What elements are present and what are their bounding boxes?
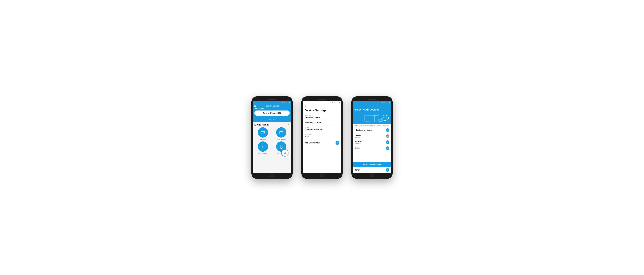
device-settings-label: Device Settings xyxy=(258,153,268,154)
p2-add-device-button[interactable]: + xyxy=(336,141,339,145)
wifi-icon-2: ▲ xyxy=(332,102,333,103)
p2-chevron-3: › xyxy=(338,128,339,130)
phone-2-screen: ▲ ▌▌▌ 7:29 ← Device Settings MediaPlayer… xyxy=(303,101,341,173)
app-title: Harmony Express xyxy=(265,105,279,107)
phone-2: ▲ ▌▌▌ 7:29 ← Device Settings MediaPlayer… xyxy=(302,96,342,179)
p2-device-3-name: Denon AVR-S910W xyxy=(305,128,339,131)
svg-rect-2 xyxy=(261,132,264,133)
svg-rect-21 xyxy=(363,115,375,122)
p2-add-row: Add a new device + xyxy=(303,139,341,147)
svg-rect-30 xyxy=(378,120,382,121)
p3-apple-add-btn[interactable]: + xyxy=(386,146,389,150)
phone-3-status-bar: ▲ ▌▌▌ 7:29 xyxy=(353,101,391,104)
p3-microsoft-add-btn[interactable]: + xyxy=(386,140,389,144)
status-time: 7:29 xyxy=(287,102,290,103)
p3-device-apple-info: Apple xyxy=(355,147,360,149)
phone-2-camera xyxy=(308,99,309,100)
p3-no-see-name: I don't see my device xyxy=(355,129,372,131)
p2-device-3[interactable]: Receiver Denon AVR-S910W › xyxy=(303,125,341,132)
dot-3[interactable] xyxy=(270,119,271,120)
p3-yamaha-add-btn[interactable]: + xyxy=(386,134,389,138)
wifi-icon: ▲ xyxy=(282,102,283,103)
dot-1[interactable] xyxy=(268,119,268,120)
p3-back-button[interactable]: ← xyxy=(355,105,357,107)
voice-bubble-button[interactable] xyxy=(281,149,288,157)
hamburger-menu[interactable] xyxy=(254,105,256,107)
grid-item-edit-setup[interactable]: Edit Setup xyxy=(254,127,271,140)
dot-2[interactable] xyxy=(269,119,270,120)
svg-point-28 xyxy=(386,118,387,119)
wifi-icon-3: ▲ xyxy=(382,102,383,103)
p3-select-button[interactable]: Select these devices xyxy=(353,162,391,167)
p2-title: Device Settings xyxy=(305,109,339,112)
p3-title: Select your devices xyxy=(355,108,389,111)
p2-device-1-name: HARMONY LOFT xyxy=(305,116,339,118)
p3-device-no-see-info: I don't see my device xyxy=(355,129,372,131)
p2-chevron-2: › xyxy=(338,121,339,124)
dot-5[interactable] xyxy=(273,119,274,120)
room-header: Living Room 🔋 xyxy=(254,123,290,126)
p3-denon-add-btn[interactable]: + xyxy=(386,168,389,172)
phone-2-status-bar: ▲ ▌▌▌ 7:29 xyxy=(303,101,341,104)
dot-6[interactable] xyxy=(274,119,275,120)
p3-device-microsoft[interactable]: Microsoft Xbox One + xyxy=(353,139,391,145)
p3-yamaha-sub: YAS-107 xyxy=(355,136,361,138)
phone-2-body: MediaPlayer HARMONY LOFT › Harmony XP ro… xyxy=(303,113,341,173)
phone-1-screen: ▲ ▌▌▌ 7:29 Harmony Express You can say: … xyxy=(253,101,291,173)
svg-point-27 xyxy=(386,117,387,118)
phone-3-camera xyxy=(358,99,359,100)
voice-bubble-icon xyxy=(283,151,286,154)
p2-device-2[interactable]: Harmony XP room › xyxy=(303,120,341,125)
svg-rect-9 xyxy=(262,146,263,147)
p3-device-denon[interactable]: Denon + xyxy=(353,167,391,173)
svg-rect-1 xyxy=(262,134,264,134)
room-icon xyxy=(278,130,284,135)
p2-device-4[interactable]: GameConsole Xbox › xyxy=(303,132,341,139)
p3-device-yamaha[interactable]: Yamaha YAS-107 + xyxy=(353,133,391,139)
room-settings-label: Room Settings xyxy=(277,138,286,140)
p3-device-list: I don't see my device + Yamaha YAS-107 + xyxy=(353,127,391,162)
home-button-1[interactable] xyxy=(270,173,274,177)
p3-device-apple[interactable]: Apple + xyxy=(353,145,391,151)
phone-1-speaker xyxy=(268,99,276,100)
phone-1: ▲ ▌▌▌ 7:29 Harmony Express You can say: … xyxy=(252,96,292,179)
home-button-2[interactable] xyxy=(320,173,324,177)
p2-chevron-1: › xyxy=(338,115,339,118)
svg-point-26 xyxy=(383,117,384,118)
phone-1-top-bar xyxy=(253,98,291,101)
grid-item-device-settings[interactable]: Device Settings xyxy=(254,141,271,154)
phone-3-header: ← Select your devices xyxy=(353,104,391,124)
grid-item-room-settings[interactable]: Room Settings xyxy=(273,127,290,140)
phone-1-body: Living Room 🔋 Edit Se xyxy=(253,122,291,173)
signal-icon-3: ▌▌▌ xyxy=(384,102,387,103)
signal-icon-2: ▌▌▌ xyxy=(334,102,337,103)
p2-device-1[interactable]: MediaPlayer HARMONY LOFT › xyxy=(303,113,341,120)
p3-back-row: ← xyxy=(355,105,389,107)
remote-icon xyxy=(260,144,266,149)
status-time-3: 7:29 xyxy=(387,102,390,103)
phone-3-body: Tell us which entertainment devices are … xyxy=(353,124,391,173)
battery-icon: 🔋 xyxy=(288,123,290,125)
monitor-icon xyxy=(260,130,266,135)
p3-device-no-see[interactable]: I don't see my device + xyxy=(353,127,391,133)
svg-point-25 xyxy=(381,115,388,121)
you-can-say-label: You can say: xyxy=(254,108,290,109)
p3-no-see-add-btn[interactable]: + xyxy=(386,128,389,132)
home-button-3[interactable] xyxy=(370,173,374,177)
p3-yamaha-name: Yamaha xyxy=(355,134,361,136)
signal-icon: ▌▌▌ xyxy=(284,102,287,103)
p2-chevron-4: › xyxy=(338,134,339,137)
phone-1-header-top: Harmony Express xyxy=(254,105,290,107)
svg-rect-11 xyxy=(262,147,263,148)
p2-back-button[interactable]: ← xyxy=(305,105,307,108)
p3-device-microsoft-info: Microsoft Xbox One xyxy=(355,140,362,144)
svg-rect-23 xyxy=(366,121,371,122)
p3-denon-name: Denon xyxy=(355,169,360,171)
svg-rect-22 xyxy=(364,116,373,121)
dot-4[interactable] xyxy=(272,119,272,120)
phone-3-bottom xyxy=(353,173,391,177)
p3-device-yamaha-info: Yamaha YAS-107 xyxy=(355,134,361,138)
p3-subtitle: Tell us which entertainment devices are … xyxy=(353,124,391,127)
dot-7[interactable] xyxy=(276,119,276,120)
p3-apple-name: Apple xyxy=(355,147,360,149)
